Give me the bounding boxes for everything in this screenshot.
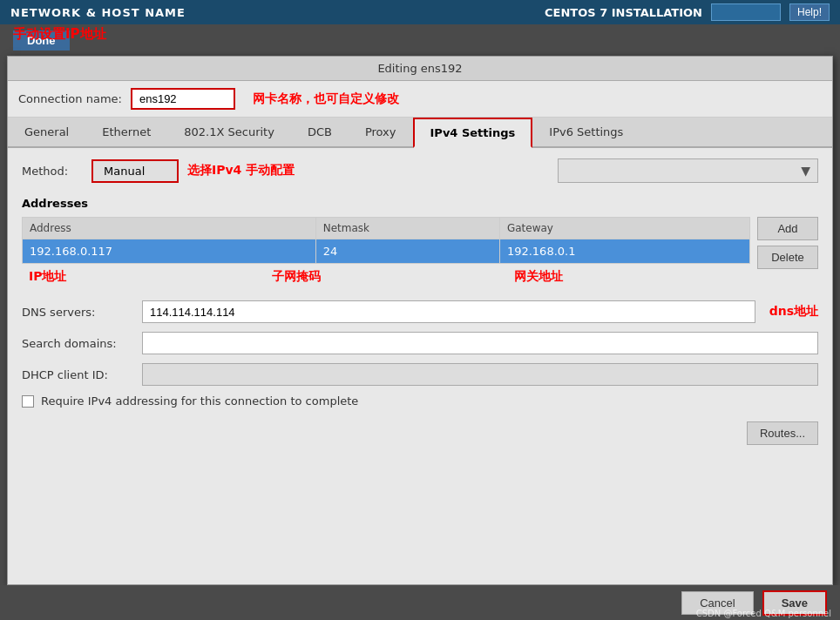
dialog-title: Editing ens192: [8, 57, 832, 81]
tab-ethernet[interactable]: Ethernet: [85, 118, 167, 146]
method-dropdown[interactable]: ▼: [558, 158, 818, 183]
dns-label: DNS servers:: [22, 306, 135, 319]
subnet-annotation: 子网掩码: [265, 267, 508, 286]
done-area: Done: [0, 24, 840, 56]
routes-row: Routes...: [22, 421, 818, 445]
col-address: Address: [23, 218, 316, 239]
manual-ip-annotation: 手动设置IP地址: [13, 26, 106, 43]
dns-annotation: dns地址: [769, 304, 818, 320]
watermark: CSDN @Forced Q&M personnel: [696, 609, 831, 618]
tab-ipv6-settings[interactable]: IPv6 Settings: [532, 118, 640, 146]
tab-8021x-security[interactable]: 802.1X Security: [167, 118, 291, 146]
delete-button[interactable]: Delete: [757, 246, 818, 269]
ipv4-content: Method: Manual 选择IPv4 手动配置 ▼ Addresses A…: [8, 148, 832, 584]
dns-row: DNS servers: dns地址: [22, 300, 818, 323]
search-domains-label: Search domains:: [22, 337, 135, 350]
tabs-row: General Ethernet 802.1X Security DCB Pro…: [8, 118, 832, 148]
table-row[interactable]: 192.168.0.117 24 192.168.0.1: [23, 239, 750, 264]
tab-proxy[interactable]: Proxy: [349, 118, 413, 146]
addresses-container: Address Netmask Gateway 192.168.0.117 24…: [22, 217, 818, 286]
tab-dcb[interactable]: DCB: [291, 118, 349, 146]
connection-name-input[interactable]: [131, 88, 235, 110]
top-bar: NETWORK & HOST NAME CENTOS 7 INSTALLATIO…: [0, 0, 840, 24]
search-input[interactable]: [711, 3, 781, 21]
require-ipv4-label: Require IPv4 addressing for this connect…: [41, 394, 358, 408]
method-row: Method: Manual 选择IPv4 手动配置 ▼: [22, 158, 818, 183]
help-button[interactable]: Help!: [789, 3, 830, 21]
cell-address: 192.168.0.117: [23, 239, 316, 264]
network-title: NETWORK & HOST NAME: [10, 6, 186, 19]
tab-general[interactable]: General: [8, 118, 85, 146]
connection-name-label: Connection name:: [18, 92, 122, 105]
search-domains-input[interactable]: [142, 332, 818, 354]
address-buttons: Add Delete: [757, 217, 818, 286]
editing-dialog: Editing ens192 Connection name: 网卡名称，也可自…: [7, 56, 833, 585]
addresses-title: Addresses: [22, 197, 818, 210]
dhcp-label: DHCP client ID:: [22, 368, 135, 381]
method-annotation: 选择IPv4 手动配置: [187, 163, 295, 179]
connection-name-row: Connection name: 网卡名称，也可自定义修改: [8, 81, 832, 118]
col-gateway: Gateway: [499, 218, 749, 239]
centos-title: CENTOS 7 INSTALLATION: [545, 6, 702, 19]
gateway-annotation: 网关地址: [507, 267, 750, 286]
top-bar-right: CENTOS 7 INSTALLATION Help!: [545, 3, 830, 21]
dns-input[interactable]: [142, 300, 755, 323]
method-box: Manual: [91, 159, 179, 183]
addresses-table-wrapper: Address Netmask Gateway 192.168.0.117 24…: [22, 217, 750, 286]
nic-name-annotation: 网卡名称，也可自定义修改: [253, 91, 399, 107]
cell-netmask: 24: [315, 239, 499, 264]
search-domains-row: Search domains:: [22, 332, 818, 354]
dhcp-row: DHCP client ID:: [22, 363, 818, 386]
dhcp-input[interactable]: [142, 363, 818, 386]
add-button[interactable]: Add: [757, 217, 818, 240]
method-label: Method:: [22, 165, 83, 178]
ip-annotation: IP地址: [22, 267, 265, 286]
col-netmask: Netmask: [315, 218, 499, 239]
cell-gateway: 192.168.0.1: [499, 239, 749, 264]
addresses-table: Address Netmask Gateway 192.168.0.117 24…: [22, 217, 750, 264]
dropdown-arrow-icon: ▼: [801, 164, 810, 178]
tab-ipv4-settings[interactable]: IPv4 Settings: [413, 118, 533, 148]
table-annotations: IP地址 子网掩码 网关地址: [22, 267, 750, 286]
require-ipv4-row: Require IPv4 addressing for this connect…: [22, 394, 818, 408]
require-ipv4-checkbox[interactable]: [22, 395, 34, 408]
routes-button[interactable]: Routes...: [747, 421, 818, 445]
